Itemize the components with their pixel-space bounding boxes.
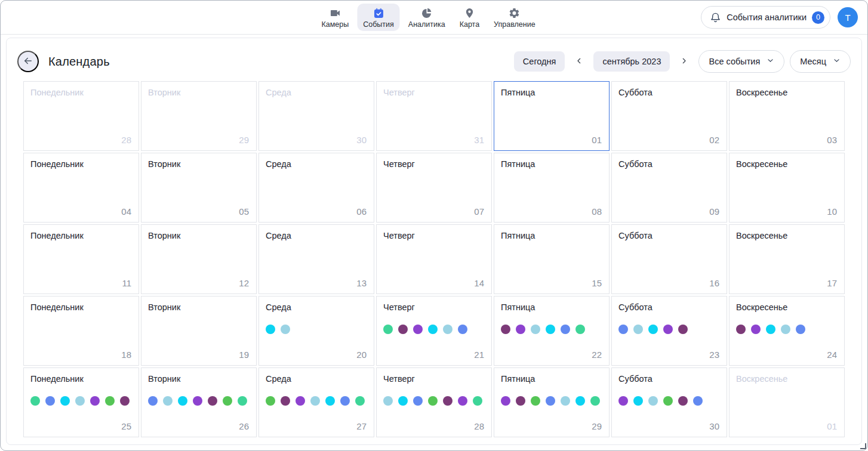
event-dot-plum: [501, 325, 510, 334]
day-cell-04[interactable]: Понедельник04: [23, 153, 139, 223]
event-dot-paleblue: [310, 396, 320, 406]
nav-item-cameras[interactable]: Камеры: [315, 4, 355, 32]
day-label: Среда: [266, 231, 291, 240]
event-dot-cornflower: [618, 325, 628, 334]
event-filter-dropdown[interactable]: Все события: [698, 50, 784, 73]
day-cell-08[interactable]: Пятница08: [494, 153, 610, 223]
event-dots: [501, 325, 585, 334]
chevron-down-icon: [767, 57, 774, 66]
day-cell-10[interactable]: Воскресенье10: [729, 153, 845, 223]
day-cell-01[interactable]: Пятница01: [494, 81, 610, 151]
event-dot-cornflower: [693, 396, 703, 406]
analytics-events-label: События аналитики: [727, 13, 807, 22]
day-cell-28[interactable]: Четверг28: [376, 367, 492, 437]
day-cell-02[interactable]: Суббота02: [611, 81, 727, 151]
day-label: Вторник: [148, 374, 180, 384]
day-label: Воскресенье: [736, 374, 787, 384]
day-cell-20[interactable]: Среда20: [258, 296, 374, 366]
day-cell-18[interactable]: Понедельник18: [23, 296, 139, 366]
day-cell-30[interactable]: Суббота30: [611, 367, 727, 437]
pie-chart-icon: [421, 7, 433, 19]
day-number: 13: [356, 278, 367, 288]
day-cell-05[interactable]: Вторник05: [141, 153, 257, 223]
event-dot-cornflower: [45, 396, 55, 406]
top-nav: КамерыСобытияАналитикаКартаУправление: [315, 4, 541, 32]
day-cell-09[interactable]: Суббота09: [611, 153, 727, 223]
day-cell-26[interactable]: Вторник26: [141, 367, 257, 437]
day-label: Суббота: [618, 231, 652, 240]
day-cell-06[interactable]: Среда06: [258, 153, 374, 223]
day-label: Суббота: [618, 302, 652, 312]
day-cell-29[interactable]: Пятница29: [494, 367, 610, 437]
nav-item-map[interactable]: Карта: [454, 4, 485, 32]
next-month-button[interactable]: [675, 52, 693, 70]
event-dot-green: [663, 396, 673, 406]
day-cell-03[interactable]: Воскресенье03: [729, 81, 845, 151]
nav-item-management[interactable]: Управление: [488, 4, 541, 32]
day-cell-15[interactable]: Пятница15: [494, 224, 610, 294]
app-window: КамерыСобытияАналитикаКартаУправление Со…: [0, 0, 868, 451]
event-dot-paleblue: [648, 396, 658, 406]
day-label: Среда: [266, 374, 291, 384]
event-dot-violet: [618, 396, 628, 406]
day-cell-28[interactable]: Понедельник28: [23, 81, 139, 151]
event-dots: [266, 325, 290, 334]
day-cell-16[interactable]: Суббота16: [611, 224, 727, 294]
analytics-events-button[interactable]: События аналитики 0: [701, 6, 830, 29]
calendar-grid: Понедельник28Вторник29Среда30Четверг31Пя…: [23, 81, 845, 437]
event-dot-plum: [120, 396, 130, 406]
day-cell-12[interactable]: Вторник12: [141, 224, 257, 294]
month-selector[interactable]: сентябрь 2023: [593, 51, 670, 72]
day-cell-17[interactable]: Воскресенье17: [729, 224, 845, 294]
day-label: Среда: [266, 302, 291, 312]
day-label: Суббота: [618, 88, 652, 97]
day-cell-01[interactable]: Воскресенье01: [729, 367, 845, 437]
nav-item-events[interactable]: События: [357, 4, 400, 32]
bell-icon: [710, 12, 721, 23]
day-cell-23[interactable]: Суббота23: [611, 296, 727, 366]
event-dot-emerald: [355, 396, 365, 406]
nav-item-label: Камеры: [321, 21, 349, 29]
event-dot-cornflower: [561, 325, 570, 334]
day-cell-27[interactable]: Среда27: [258, 367, 374, 437]
view-mode-label: Месяц: [800, 57, 826, 66]
nav-item-analytics[interactable]: Аналитика: [402, 4, 451, 32]
event-dot-paleblue: [75, 396, 85, 406]
today-button[interactable]: Сегодня: [514, 51, 565, 72]
chevron-down-icon: [833, 57, 841, 66]
day-cell-14[interactable]: Четверг14: [376, 224, 492, 294]
day-cell-30[interactable]: Среда30: [258, 81, 374, 151]
day-number: 08: [592, 206, 602, 217]
avatar[interactable]: T: [838, 7, 858, 27]
event-dot-violet: [193, 396, 202, 406]
event-filter-label: Все события: [709, 57, 760, 66]
event-dot-violet: [501, 396, 510, 406]
event-dot-plum: [678, 325, 688, 334]
day-cell-19[interactable]: Вторник19: [141, 296, 257, 366]
day-cell-22[interactable]: Пятница22: [494, 296, 610, 366]
event-dot-violet: [90, 396, 100, 406]
event-dot-plum: [398, 325, 408, 334]
window-resize-grip[interactable]: [860, 443, 866, 449]
day-cell-13[interactable]: Среда13: [258, 224, 374, 294]
day-cell-31[interactable]: Четверг31: [376, 81, 492, 151]
day-label: Среда: [266, 159, 291, 169]
back-button[interactable]: [17, 51, 39, 72]
day-cell-25[interactable]: Понедельник25: [23, 367, 139, 437]
day-label: Понедельник: [30, 159, 84, 169]
day-label: Понедельник: [30, 374, 84, 384]
day-cell-29[interactable]: Вторник29: [141, 81, 257, 151]
event-dot-paleblue: [633, 325, 643, 334]
day-number: 17: [827, 278, 837, 288]
day-cell-24[interactable]: Воскресенье24: [729, 296, 845, 366]
prev-month-button[interactable]: [570, 52, 588, 70]
nav-item-label: Управление: [494, 21, 535, 29]
day-cell-21[interactable]: Четверг21: [376, 296, 492, 366]
day-label: Суббота: [618, 159, 652, 169]
day-label: Пятница: [501, 159, 535, 169]
day-number: 16: [709, 278, 719, 288]
top-bar-right: События аналитики 0 T: [701, 6, 858, 29]
view-mode-dropdown[interactable]: Месяц: [790, 50, 851, 73]
day-cell-11[interactable]: Понедельник11: [23, 224, 139, 294]
day-cell-07[interactable]: Четверг07: [376, 153, 492, 223]
